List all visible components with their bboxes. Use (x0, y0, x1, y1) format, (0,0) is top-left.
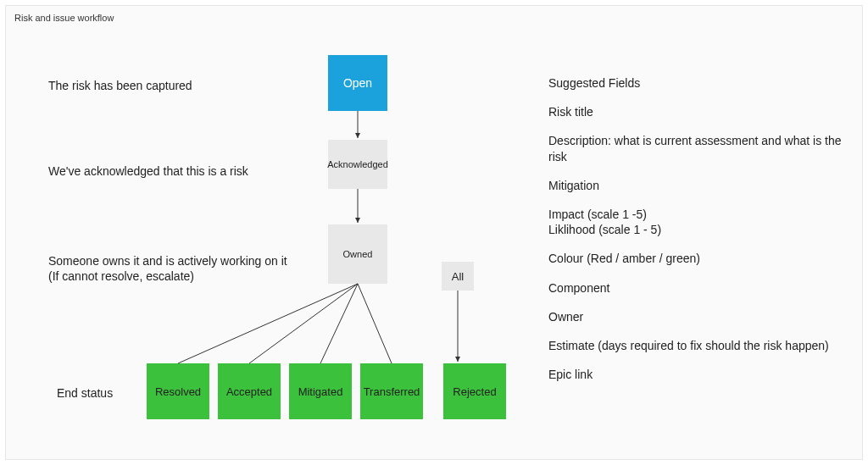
node-acknowledged: Acknowledged (328, 140, 387, 189)
suggested-fields-panel: Suggested Fields Risk title Description:… (548, 75, 854, 396)
field-epic-link: Epic link (548, 367, 854, 382)
svg-line-3 (249, 284, 358, 363)
diagram-frame: Risk and issue workflow The risk has bee… (5, 5, 863, 460)
field-impact: Impact (scale 1 -5) (548, 207, 854, 222)
field-description: Description: what is current assessment … (548, 133, 854, 163)
node-resolved: Resolved (147, 363, 209, 419)
svg-line-2 (178, 284, 358, 363)
caption-end: End status (57, 385, 113, 401)
svg-line-5 (358, 284, 392, 363)
svg-line-4 (320, 284, 358, 363)
field-colour: Colour (Red / amber / green) (548, 251, 854, 266)
caption-owned-line1: Someone owns it and is actively working … (48, 254, 287, 268)
field-estimate: Estimate (days required to fix should th… (548, 338, 854, 353)
node-transferred: Transferred (360, 363, 423, 419)
node-all: All (442, 262, 474, 291)
diagram-title: Risk and issue workflow (14, 13, 114, 23)
node-rejected: Rejected (443, 363, 506, 419)
field-likelihood: Liklihood (scale 1 - 5) (548, 222, 854, 237)
node-open: Open (328, 55, 387, 111)
field-mitigation: Mitigation (548, 178, 854, 193)
node-mitigated: Mitigated (289, 363, 352, 419)
node-accepted: Accepted (218, 363, 281, 419)
caption-owned-line2: (If cannot resolve, escalate) (48, 269, 194, 283)
side-heading: Suggested Fields (548, 75, 854, 91)
node-owned: Owned (328, 224, 387, 284)
caption-acknowledged: We've acknowledged that this is a risk (48, 163, 248, 179)
field-owner: Owner (548, 309, 854, 324)
field-risk-title: Risk title (548, 104, 854, 119)
caption-open: The risk has been captured (48, 78, 192, 93)
field-component: Component (548, 280, 854, 296)
caption-owned: Someone owns it and is actively working … (48, 253, 287, 284)
